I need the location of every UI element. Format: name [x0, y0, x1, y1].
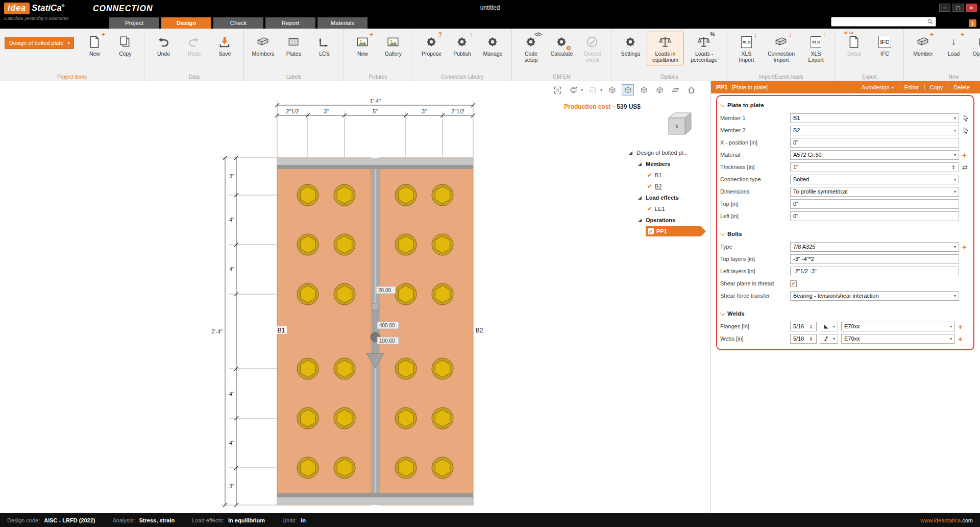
bolt[interactable]	[334, 283, 355, 305]
view-front-button[interactable]	[606, 84, 618, 95]
tree-group-load-effects[interactable]: ◢ Load effects	[629, 192, 709, 203]
connection-import-button[interactable]: ↓ Connection Import	[763, 32, 799, 65]
bolt[interactable]	[334, 184, 355, 206]
left-input[interactable]: 0"	[790, 211, 959, 221]
picture-new-button[interactable]: + New	[348, 32, 377, 60]
bolt[interactable]	[395, 408, 416, 429]
bolt[interactable]	[395, 358, 416, 379]
member2-select[interactable]: B2▾	[790, 126, 959, 135]
labels-members-button[interactable]: Members	[249, 32, 277, 60]
flanges-weld-type-select[interactable]: ▾	[820, 322, 838, 331]
publish-button[interactable]: ↑ Publish	[448, 32, 476, 60]
view-solid-button[interactable]	[653, 84, 666, 95]
pp1-selected-banner[interactable]: ✔ PP1	[646, 226, 706, 236]
website-link[interactable]: www.ideastatica.com	[920, 517, 973, 523]
expander-icon[interactable]: ◢	[629, 150, 634, 155]
undo-button[interactable]: Undo	[149, 32, 178, 60]
tab-report[interactable]: Report	[265, 17, 315, 29]
propose-button[interactable]: ? Propose	[417, 32, 446, 60]
plate-left[interactable]	[277, 158, 371, 505]
check-icon[interactable]: ✔	[648, 228, 654, 234]
new-operation-button[interactable]: + Operation	[970, 32, 980, 60]
expander-icon[interactable]: ◢	[638, 218, 643, 223]
bolt[interactable]	[395, 283, 416, 305]
tab-design[interactable]: Design	[161, 17, 211, 29]
bolt[interactable]	[395, 234, 416, 255]
help-button[interactable]: i	[969, 19, 976, 27]
bolt[interactable]	[432, 234, 453, 255]
view-iso-button[interactable]	[622, 84, 634, 95]
scheme-dropdown-button[interactable]: Design of bolted plate▾	[5, 37, 74, 49]
labels-plates-button[interactable]: Plates	[279, 32, 308, 60]
bolt[interactable]	[395, 457, 416, 478]
new-load-button[interactable]: ↓+ Load	[939, 32, 968, 60]
expander-icon[interactable]: ◢	[638, 195, 643, 200]
tree-item-le1[interactable]: ✔ LE1	[629, 203, 709, 214]
copy-item-button[interactable]: Copy	[111, 32, 139, 60]
view-shaded-button[interactable]	[638, 84, 650, 95]
bolt[interactable]	[432, 283, 453, 305]
section-plate-to-plate[interactable]: Plate to plate	[720, 101, 764, 110]
webs-weld-size-stepper[interactable]: 5/16 ▲▼	[790, 334, 817, 344]
bolt-type-select[interactable]: 7/8 A325▾	[790, 242, 959, 252]
new-member-button[interactable]: + Member	[909, 32, 937, 60]
xls-import-button[interactable]: XLS↓ XLS Import	[732, 32, 761, 65]
tab-check[interactable]: Check	[213, 17, 263, 29]
minimize-button[interactable]: ─	[939, 4, 950, 12]
workplane-button[interactable]	[669, 84, 681, 95]
stepper-arrows[interactable]: ▲▼	[808, 336, 814, 341]
left-layers-input[interactable]: -2"1/2 -3"	[790, 267, 959, 276]
loads-percentage-toggle[interactable]: % Loads - percentage	[685, 32, 722, 65]
top-input[interactable]: 0"	[790, 199, 959, 209]
shear-force-select[interactable]: Bearing - tension/shear interaction▾	[790, 291, 959, 301]
stepper-arrows[interactable]: ▲▼	[951, 164, 956, 170]
ifc-export-button[interactable]: IFC IFC	[870, 32, 899, 60]
search-input[interactable]	[831, 19, 927, 25]
expander-icon[interactable]: ◢	[638, 161, 643, 166]
swap-thickness-icon[interactable]: ⇄	[962, 163, 968, 171]
tree-item-pp1[interactable]: ✔ PP1	[629, 226, 709, 237]
x-position-input[interactable]: 0"	[790, 138, 959, 148]
top-layers-input[interactable]: -3" -4"*2	[790, 254, 959, 264]
settings-button[interactable]: Settings	[616, 32, 645, 60]
connection-drawing[interactable]: 1'-4" 2"1/2 3" 5" 3" 2"1/2 2'-4" 3" 4" 4…	[204, 97, 490, 508]
member-picker-icon[interactable]	[962, 114, 970, 122]
bolt[interactable]	[432, 358, 453, 379]
add-weld-material-icon[interactable]: +	[958, 335, 963, 343]
thickness-stepper[interactable]: 1" ▲▼	[790, 162, 959, 172]
manage-button[interactable]: Manage	[478, 32, 507, 60]
editor-button[interactable]: Editor	[899, 84, 924, 90]
close-button[interactable]: ✕	[966, 4, 977, 12]
navigation-cube[interactable]: x	[664, 109, 696, 138]
section-bolts[interactable]: Bolts	[720, 229, 742, 238]
bolt[interactable]	[297, 457, 318, 478]
add-weld-material-icon[interactable]: +	[958, 323, 963, 330]
delete-operation-button[interactable]: Delete	[948, 84, 975, 90]
labels-lcs-button[interactable]: LCS	[310, 32, 338, 60]
tree-group-operations[interactable]: ◢ Operations	[629, 214, 709, 226]
maximize-button[interactable]: ▢	[952, 4, 964, 12]
bolt[interactable]	[297, 358, 318, 379]
bolt[interactable]	[334, 408, 355, 429]
add-material-icon[interactable]: +	[962, 151, 967, 159]
bolt[interactable]	[432, 457, 453, 478]
check-icon[interactable]: ✔	[647, 205, 652, 212]
bolt[interactable]	[334, 234, 355, 255]
plate-right[interactable]	[379, 158, 473, 505]
orbit-button[interactable]	[567, 84, 579, 95]
tab-materials[interactable]: Materials	[317, 17, 368, 29]
xls-export-button[interactable]: XLS↑ XLS Export	[801, 32, 830, 65]
home-view-button[interactable]	[685, 84, 697, 95]
flanges-weld-size-stepper[interactable]: 5/16 ▲▼	[790, 322, 817, 331]
bolt[interactable]	[432, 184, 453, 206]
code-setup-button[interactable]: </> Code setup	[517, 32, 545, 65]
add-bolt-assembly-icon[interactable]: +	[962, 243, 967, 251]
member1-select[interactable]: B1▾	[790, 113, 959, 123]
loads-in-equilibrium-toggle[interactable]: Loads in equilibrium	[647, 32, 683, 65]
picture-gallery-button[interactable]: Gallery	[379, 32, 407, 60]
bolt[interactable]	[334, 358, 355, 379]
stepper-arrows[interactable]: ▲▼	[808, 324, 814, 329]
flanges-electrode-select[interactable]: E70xx▾	[841, 322, 955, 331]
tree-item-b2[interactable]: ✔ B2	[629, 181, 709, 192]
zoom-fit-button[interactable]	[551, 84, 564, 95]
